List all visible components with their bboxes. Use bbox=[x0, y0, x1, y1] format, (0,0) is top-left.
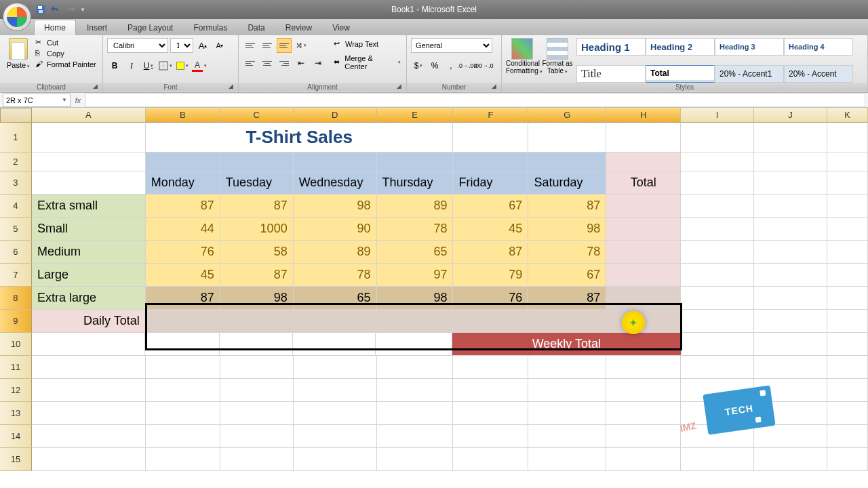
col-header-D[interactable]: D bbox=[294, 108, 377, 123]
cell-size-m[interactable]: Medium bbox=[32, 241, 146, 264]
cut-button[interactable]: ✂Cut bbox=[35, 38, 96, 47]
row-header-5[interactable]: 5 bbox=[0, 218, 32, 241]
cell-mon-header[interactable]: Monday bbox=[146, 171, 220, 195]
orientation-button[interactable]: ⤭▾ bbox=[294, 38, 309, 53]
office-button[interactable] bbox=[3, 3, 31, 31]
align-center-button[interactable] bbox=[260, 56, 275, 70]
cell-H1[interactable] bbox=[606, 123, 681, 152]
align-middle-button[interactable] bbox=[260, 38, 275, 53]
align-left-button[interactable] bbox=[243, 56, 258, 70]
select-all-corner[interactable] bbox=[0, 108, 32, 123]
col-header-C[interactable]: C bbox=[220, 108, 294, 123]
col-header-B[interactable]: B bbox=[146, 108, 220, 123]
cell-daily-total-label[interactable]: Daily Total bbox=[32, 310, 146, 333]
cell-G1[interactable] bbox=[528, 123, 606, 152]
cell-size-l[interactable]: Large bbox=[32, 264, 146, 287]
comma-button[interactable]: , bbox=[443, 58, 458, 73]
row-header-8[interactable]: 8 bbox=[0, 287, 32, 310]
style-title[interactable]: Title bbox=[576, 65, 646, 83]
clipboard-launcher-icon[interactable]: ◢ bbox=[93, 83, 101, 91]
cell-title[interactable]: T-Shirt Sales bbox=[146, 123, 454, 152]
formula-input[interactable] bbox=[85, 94, 865, 107]
cell-size-s[interactable]: Small bbox=[32, 218, 146, 241]
font-family-select[interactable]: Calibri bbox=[107, 38, 168, 53]
undo-icon[interactable] bbox=[50, 4, 61, 15]
col-header-A[interactable]: A bbox=[32, 108, 146, 123]
cell-wed-header[interactable]: Wednesday bbox=[294, 171, 377, 195]
alignment-launcher-icon[interactable]: ◢ bbox=[397, 83, 405, 91]
row-header-2[interactable]: 2 bbox=[0, 152, 32, 171]
number-format-select[interactable]: General bbox=[411, 38, 492, 53]
cell-J1[interactable] bbox=[754, 123, 827, 152]
format-painter-button[interactable]: 🖌Format Painter bbox=[35, 60, 96, 69]
bold-button[interactable]: B bbox=[107, 58, 122, 73]
tab-formulas[interactable]: Formulas bbox=[184, 20, 237, 35]
style-heading4[interactable]: Heading 4 bbox=[784, 38, 853, 56]
cell-I1[interactable] bbox=[681, 123, 754, 152]
fill-color-button[interactable]: ▾ bbox=[175, 58, 190, 73]
row-header-6[interactable]: 6 bbox=[0, 241, 32, 264]
col-header-H[interactable]: H bbox=[606, 108, 681, 123]
cell-sat-header[interactable]: Saturday bbox=[528, 171, 606, 195]
cell-A1[interactable] bbox=[32, 123, 146, 152]
copy-button[interactable]: ⎘Copy bbox=[35, 49, 96, 58]
cell-F1[interactable] bbox=[453, 123, 528, 152]
font-color-button[interactable]: A▾ bbox=[192, 58, 207, 73]
row-header-15[interactable]: 15 bbox=[0, 448, 32, 471]
shrink-font-button[interactable]: A▾ bbox=[212, 38, 227, 53]
row-header-4[interactable]: 4 bbox=[0, 195, 32, 218]
name-box[interactable]: 2R x 7C▼ bbox=[3, 94, 71, 107]
col-header-F[interactable]: F bbox=[453, 108, 528, 123]
style-total[interactable]: Total bbox=[646, 65, 715, 83]
underline-button[interactable]: U▾ bbox=[141, 58, 156, 73]
cell-weekly-total-label[interactable]: Weekly Total bbox=[452, 333, 682, 356]
name-box-dropdown-icon[interactable]: ▼ bbox=[62, 97, 67, 103]
tab-view[interactable]: View bbox=[323, 20, 359, 35]
row-header-11[interactable]: 11 bbox=[0, 356, 32, 379]
col-header-G[interactable]: G bbox=[528, 108, 606, 123]
style-heading2[interactable]: Heading 2 bbox=[646, 38, 715, 56]
font-launcher-icon[interactable]: ◢ bbox=[229, 83, 237, 91]
cell-K1[interactable] bbox=[827, 123, 868, 152]
tab-home[interactable]: Home bbox=[34, 20, 76, 35]
tab-review[interactable]: Review bbox=[276, 20, 321, 35]
tab-data[interactable]: Data bbox=[238, 20, 274, 35]
style-heading3[interactable]: Heading 3 bbox=[715, 38, 784, 56]
italic-button[interactable]: I bbox=[124, 58, 139, 73]
row-header-10[interactable]: 10 bbox=[0, 333, 32, 356]
font-size-select[interactable]: 11 bbox=[170, 38, 193, 53]
row-header-9[interactable]: 9 bbox=[0, 310, 32, 333]
align-bottom-button[interactable] bbox=[277, 38, 292, 53]
number-launcher-icon[interactable]: ◢ bbox=[492, 83, 500, 91]
cell-thu-header[interactable]: Thursday bbox=[377, 171, 454, 195]
col-header-K[interactable]: K bbox=[827, 108, 868, 123]
tab-page-layout[interactable]: Page Layout bbox=[118, 20, 182, 35]
row-header-12[interactable]: 12 bbox=[0, 379, 32, 402]
wrap-text-button[interactable]: ↩Wrap Text bbox=[332, 38, 402, 50]
row-header-14[interactable]: 14 bbox=[0, 425, 32, 448]
row-header-7[interactable]: 7 bbox=[0, 264, 32, 287]
qat-dropdown-icon[interactable]: ▼ bbox=[80, 7, 85, 13]
row-header-1[interactable]: 1 bbox=[0, 123, 32, 152]
save-icon[interactable] bbox=[35, 4, 46, 15]
style-accent1[interactable]: 20% - Accent1 bbox=[715, 65, 784, 83]
grow-font-button[interactable]: A▴ bbox=[195, 38, 210, 53]
row-header-13[interactable]: 13 bbox=[0, 402, 32, 425]
percent-button[interactable]: % bbox=[427, 58, 442, 73]
style-accent1b[interactable]: 20% - Accent bbox=[784, 65, 853, 83]
col-header-I[interactable]: I bbox=[681, 108, 754, 123]
cell-size-xl[interactable]: Extra large bbox=[32, 287, 146, 310]
cell-size-xs[interactable]: Extra small bbox=[32, 195, 146, 218]
redo-icon[interactable] bbox=[65, 4, 76, 15]
align-right-button[interactable] bbox=[277, 56, 292, 70]
increase-decimal-button[interactable]: .0→.00 bbox=[460, 58, 475, 73]
borders-button[interactable]: ▾ bbox=[158, 58, 173, 73]
cell-fri-header[interactable]: Friday bbox=[453, 171, 528, 195]
merge-center-button[interactable]: ⬌Merge & Center▾ bbox=[332, 53, 402, 72]
style-heading1[interactable]: Heading 1 bbox=[576, 38, 646, 56]
tab-insert[interactable]: Insert bbox=[77, 20, 117, 35]
col-header-J[interactable]: J bbox=[754, 108, 827, 123]
cell-total-header[interactable]: Total bbox=[606, 171, 681, 195]
fx-button[interactable]: fx bbox=[71, 96, 85, 104]
cell-tue-header[interactable]: Tuesday bbox=[220, 171, 294, 195]
